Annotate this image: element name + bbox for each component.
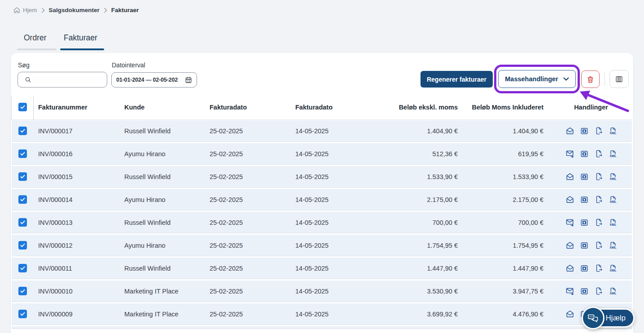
column-header-kunde[interactable]: Kunde — [124, 104, 145, 111]
export-file-icon[interactable] — [595, 172, 603, 181]
xml-file-icon[interactable]: XML — [609, 241, 617, 250]
mail-open-icon[interactable] — [566, 195, 574, 204]
preview-icon[interactable] — [580, 172, 588, 181]
select-all-checkbox[interactable] — [18, 103, 27, 111]
row-checkbox[interactable] — [18, 149, 27, 158]
preview-icon[interactable] — [580, 127, 588, 136]
invoice-number: INV/000010 — [34, 288, 120, 295]
mail-open-icon[interactable] — [566, 241, 574, 250]
export-file-icon[interactable] — [595, 195, 603, 204]
row-checkbox[interactable] — [18, 127, 27, 135]
mail-open-icon[interactable] — [566, 127, 574, 136]
amount-incl-vat: 619,95 € — [458, 150, 543, 158]
amount-incl-vat: 1.447,90 € — [458, 265, 543, 272]
preview-icon[interactable] — [580, 149, 588, 158]
xml-file-icon[interactable]: XML — [609, 218, 617, 227]
row-checkbox[interactable] — [18, 172, 27, 181]
row-checkbox[interactable] — [18, 287, 27, 295]
mail-send-icon[interactable] — [566, 218, 574, 227]
xml-file-icon[interactable]: XML — [609, 264, 617, 273]
row-checkbox[interactable] — [18, 241, 27, 250]
due-date: 14-05-2025 — [291, 242, 381, 249]
amount-excl-vat: 512,36 € — [381, 150, 458, 158]
preview-icon[interactable] — [580, 264, 588, 273]
row-actions: XML — [543, 241, 632, 250]
help-chat-icon[interactable] — [582, 307, 605, 329]
table-row: INV/000016 Ayumu Hirano 25-02-2025 14-05… — [12, 143, 632, 165]
mail-open-icon[interactable] — [566, 172, 574, 181]
mail-open-icon[interactable] — [566, 310, 574, 319]
due-date: 14-05-2025 — [291, 196, 381, 203]
toolbar-divider — [605, 72, 605, 86]
invoice-panel: Søg Datointerval 01-01-2024 — 02-05-202 … — [11, 53, 633, 333]
due-date: 14-05-2025 — [291, 150, 381, 158]
xml-file-icon[interactable]: XML — [609, 127, 617, 136]
amount-excl-vat: 700,00 € — [381, 219, 458, 226]
due-date: 14-05-2025 — [291, 127, 381, 135]
row-checkbox[interactable] — [18, 195, 27, 204]
home-icon — [13, 7, 20, 13]
row-actions: XML — [543, 127, 632, 136]
chevron-right-icon — [104, 8, 107, 13]
customer-name: Russell Winfield — [120, 265, 205, 272]
regenerate-invoices-button[interactable]: Regenerer fakturaer — [421, 71, 493, 88]
tab-fakturaer[interactable]: Fakturaer — [64, 33, 97, 43]
column-header-handlinger[interactable]: Handlinger — [549, 104, 633, 111]
xml-file-icon[interactable]: XML — [609, 195, 617, 204]
export-file-icon[interactable] — [595, 127, 603, 136]
breadcrumb-salgsdokumenter[interactable]: Salgsdokumenter — [49, 7, 100, 13]
amount-incl-vat: 3.947,75 € — [458, 288, 543, 295]
column-header-belob-moms-inkluderet[interactable]: Beløb Moms Inkluderet — [409, 104, 543, 111]
row-checkbox[interactable] — [18, 264, 27, 272]
export-file-icon[interactable] — [595, 264, 603, 273]
table-header: Fakturanummer Kunde Fakturadato Fakturad… — [11, 96, 633, 120]
column-header-fakturadato[interactable]: Fakturadato — [210, 104, 247, 111]
svg-text:XML: XML — [609, 292, 617, 295]
invoice-date: 25-02-2025 — [205, 150, 291, 158]
amount-excl-vat: 3.530,90 € — [381, 288, 458, 295]
xml-file-icon[interactable]: XML — [609, 149, 617, 158]
svg-text:XML: XML — [609, 177, 617, 181]
row-checkbox[interactable] — [18, 218, 27, 227]
columns-settings-button[interactable] — [609, 70, 629, 88]
export-file-icon[interactable] — [595, 287, 603, 296]
date-range-input[interactable]: 01-01-2024 — 02-05-202 — [111, 72, 197, 88]
amount-incl-vat: 2.175,00 € — [458, 196, 543, 203]
amount-incl-vat: 1.533,90 € — [458, 173, 543, 180]
mail-send-icon[interactable] — [566, 287, 574, 296]
calendar-icon — [183, 76, 192, 83]
xml-file-icon[interactable]: XML — [609, 287, 617, 296]
breadcrumb-home[interactable]: Hjem — [13, 7, 37, 13]
mail-send-icon[interactable] — [566, 149, 574, 158]
xml-file-icon[interactable]: XML — [609, 172, 617, 181]
tab-ordrer[interactable]: Ordrer — [24, 33, 47, 43]
row-checkbox[interactable] — [18, 310, 27, 318]
svg-text:XML: XML — [609, 200, 617, 204]
table-row-partial — [12, 326, 632, 329]
tab-fakturaer-underline — [60, 48, 104, 50]
preview-icon[interactable] — [580, 287, 588, 296]
svg-text:XML: XML — [609, 246, 617, 250]
invoice-number: INV/000016 — [34, 150, 120, 158]
preview-icon[interactable] — [580, 218, 588, 227]
export-file-icon[interactable] — [595, 149, 603, 158]
invoice-number: INV/000014 — [34, 196, 120, 203]
export-file-icon[interactable] — [595, 218, 603, 227]
svg-text:XML: XML — [609, 223, 617, 227]
row-actions: XML — [543, 287, 632, 296]
preview-icon[interactable] — [580, 241, 588, 250]
customer-name: Russell Winfield — [120, 173, 205, 180]
preview-icon[interactable] — [580, 195, 588, 204]
amount-excl-vat: 1.754,95 € — [381, 242, 458, 249]
delete-button[interactable] — [581, 70, 600, 88]
row-actions: XML — [543, 195, 632, 204]
search-input[interactable] — [18, 72, 107, 88]
mail-open-icon[interactable] — [566, 264, 574, 273]
invoice-date: 25-02-2025 — [205, 265, 291, 272]
export-file-icon[interactable] — [595, 241, 603, 250]
invoice-rows: INV/000017 Russell Winfield 25-02-2025 1… — [12, 120, 632, 329]
invoice-date: 25-02-2025 — [205, 219, 291, 226]
invoice-number: INV/000015 — [34, 173, 120, 180]
due-date: 14-05-2025 — [291, 173, 381, 180]
column-header-fakturanummer[interactable]: Fakturanummer — [38, 104, 88, 111]
